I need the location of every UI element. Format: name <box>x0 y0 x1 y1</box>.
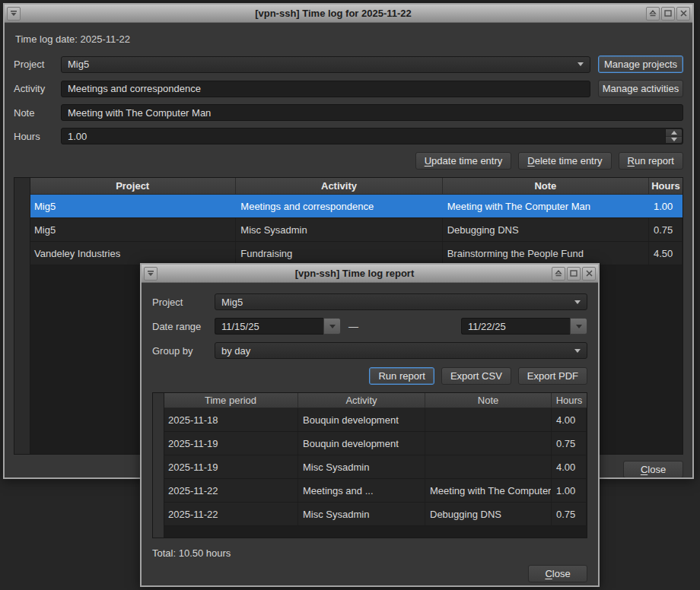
note-input[interactable]: Meeting with The Computer Man <box>61 104 683 121</box>
maximize-button[interactable] <box>661 7 675 21</box>
table-row[interactable]: 4 2025-11-22 Meetings and ... Meeting wi… <box>153 479 587 503</box>
cell-note[interactable]: Meeting with The Computer... <box>425 479 552 502</box>
cell-hours[interactable]: 0.75 <box>552 503 587 525</box>
cell-project[interactable]: Mig5 <box>30 195 236 217</box>
delete-time-entry-button[interactable]: Delete time entry <box>518 152 611 170</box>
date-from-input[interactable]: 11/15/25 <box>215 318 323 335</box>
cell-activity[interactable]: Meetings and ... <box>298 479 425 502</box>
main-titlebar[interactable]: [vpn-ssh] Time log for 2025-11-22 <box>5 5 692 23</box>
column-header-hours[interactable]: Hours <box>552 393 587 408</box>
export-pdf-button[interactable]: Export PDF <box>518 367 587 385</box>
column-header-hours[interactable]: Hours <box>649 178 682 194</box>
date-range-separator: — <box>348 321 358 332</box>
table-row[interactable]: 1 Mig5 Meetings and correspondence Meeti… <box>14 195 682 218</box>
shade-button[interactable] <box>646 7 660 21</box>
date-range-label: Date range <box>152 321 205 332</box>
cell-hours[interactable]: 0.75 <box>552 432 587 455</box>
spin-down-button[interactable] <box>666 136 682 144</box>
cell-hours[interactable]: 1.00 <box>552 479 587 502</box>
cell-note[interactable] <box>425 408 552 431</box>
cell-activity[interactable]: Misc Sysadmin <box>236 218 442 241</box>
run-report-button[interactable]: Run report <box>619 152 683 170</box>
manage-projects-button[interactable]: Manage projects <box>598 56 683 73</box>
report-project-label: Project <box>152 297 205 308</box>
report-titlebar[interactable]: [vpn-ssh] Time log report <box>142 265 598 283</box>
column-header-activity[interactable]: Activity <box>236 178 442 194</box>
date-from-dropdown-button[interactable] <box>323 318 341 335</box>
cell-hours[interactable]: 0.75 <box>649 218 682 241</box>
update-time-entry-button[interactable]: Update time entry <box>415 152 512 170</box>
row-number-gutter <box>153 393 164 538</box>
close-window-button[interactable] <box>676 7 690 21</box>
total-hours-label: Total: 10.50 hours <box>152 547 587 559</box>
cell-activity[interactable]: Bouquin development <box>298 432 425 455</box>
project-combobox[interactable]: Mig5 <box>61 56 590 73</box>
shade-button[interactable] <box>552 267 565 281</box>
cell-activity[interactable]: Misc Sysadmin <box>298 455 425 478</box>
cell-note[interactable]: Debugging DNS <box>425 503 552 525</box>
window-menu-button[interactable] <box>7 7 21 21</box>
cell-time-period[interactable]: 2025-11-19 <box>164 432 298 455</box>
project-label: Project <box>14 59 53 70</box>
manage-activities-button[interactable]: Manage activities <box>598 80 683 97</box>
table-row[interactable]: 2 Mig5 Misc Sysadmin Debugging DNS 0.75 <box>14 218 682 242</box>
cell-note[interactable]: Debugging DNS <box>443 218 649 241</box>
cell-note[interactable] <box>425 432 552 455</box>
column-header-note[interactable]: Note <box>425 393 552 408</box>
chevron-down-icon <box>574 300 581 304</box>
column-header-activity[interactable]: Activity <box>298 393 425 408</box>
cell-project[interactable]: Vandeley Industries <box>30 242 236 265</box>
activity-label: Activity <box>14 83 53 94</box>
export-csv-button[interactable]: Export CSV <box>441 367 511 385</box>
cell-note[interactable]: Meeting with The Computer Man <box>443 195 649 217</box>
close-icon <box>680 8 687 19</box>
table-row[interactable]: 1 2025-11-18 Bouquin development 4.00 <box>153 408 587 432</box>
column-header-project[interactable]: Project <box>30 178 236 194</box>
shade-icon <box>555 268 562 279</box>
close-button[interactable]: Close <box>623 461 683 477</box>
cell-note[interactable] <box>425 455 552 478</box>
close-icon <box>586 268 593 279</box>
row-number-gutter <box>14 178 30 454</box>
column-header-note[interactable]: Note <box>443 178 649 194</box>
hours-label: Hours <box>14 131 53 142</box>
triangle-down-icon <box>671 138 677 141</box>
cell-hours[interactable]: 4.50 <box>649 242 682 265</box>
cell-project[interactable]: Mig5 <box>30 218 236 241</box>
cell-time-period[interactable]: 2025-11-19 <box>164 455 298 478</box>
date-to-input[interactable]: 11/22/25 <box>461 318 570 335</box>
cell-time-period[interactable]: 2025-11-22 <box>164 503 298 525</box>
cell-hours[interactable]: 4.00 <box>552 408 587 431</box>
cell-time-period[interactable]: 2025-11-22 <box>164 479 298 502</box>
maximize-button[interactable] <box>567 267 581 281</box>
cell-hours[interactable]: 4.00 <box>552 455 587 478</box>
hours-spinbox[interactable]: 1.00 <box>61 128 683 144</box>
group-by-combobox[interactable]: by day <box>215 342 587 359</box>
hours-spinner <box>665 129 682 143</box>
cell-activity[interactable]: Misc Sysadmin <box>298 503 425 525</box>
table-row[interactable]: 3 Vandeley Industries Fundraising Brains… <box>14 242 682 265</box>
date-to-dropdown-button[interactable] <box>570 318 587 335</box>
column-header-time-period[interactable]: Time period <box>164 393 298 408</box>
report-close-button[interactable]: Close <box>528 565 587 582</box>
report-run-report-button[interactable]: Run report <box>369 367 434 385</box>
table-row[interactable]: 5 2025-11-22 Misc Sysadmin Debugging DNS… <box>153 503 587 526</box>
activity-input[interactable]: Meetings and correspondence <box>61 81 590 97</box>
cell-hours[interactable]: 1.00 <box>649 195 682 217</box>
chevron-down-icon <box>578 62 584 66</box>
cell-note[interactable]: Brainstorming the People Fund <box>443 242 649 265</box>
table-row[interactable]: 3 2025-11-19 Misc Sysadmin 4.00 <box>153 455 587 479</box>
cell-activity[interactable]: Meetings and correspondence <box>236 195 442 217</box>
table-row[interactable]: 2 2025-11-19 Bouquin development 0.75 <box>153 432 587 455</box>
window-menu-button[interactable] <box>144 267 158 281</box>
note-label: Note <box>14 107 53 119</box>
spin-up-button[interactable] <box>666 129 682 136</box>
cell-activity[interactable]: Fundraising <box>236 242 442 265</box>
cell-activity[interactable]: Bouquin development <box>298 408 425 431</box>
date-from-picker[interactable]: 11/15/25 <box>215 318 341 335</box>
date-to-picker[interactable]: 11/22/25 <box>461 318 587 335</box>
cell-time-period[interactable]: 2025-11-18 <box>164 408 298 431</box>
close-window-button[interactable] <box>582 267 596 281</box>
report-project-combobox[interactable]: Mig5 <box>215 293 587 310</box>
window-menu-icon <box>10 8 18 19</box>
